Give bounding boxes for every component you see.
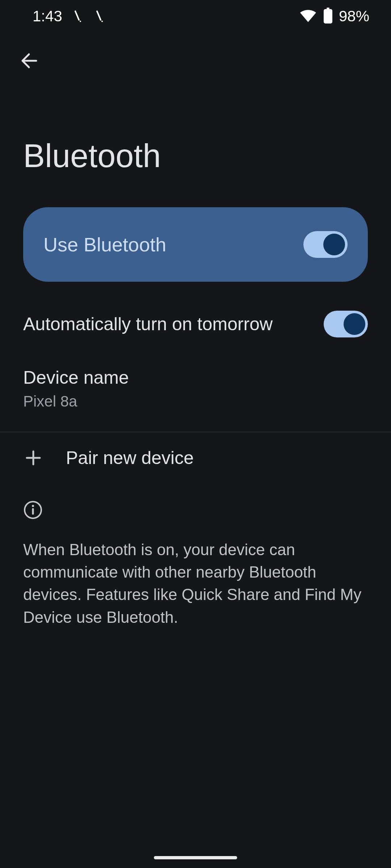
app-bar xyxy=(0,33,391,76)
svg-line-2 xyxy=(97,11,101,20)
auto-turn-on-label: Automatically turn on tomorrow xyxy=(23,313,273,336)
battery-icon xyxy=(323,8,333,25)
arrow-left-icon xyxy=(20,51,38,72)
battery-percentage: 98% xyxy=(339,8,369,25)
device-name-row[interactable]: Device name Pixel 8a xyxy=(0,359,391,432)
svg-point-7 xyxy=(32,505,34,507)
wifi-icon xyxy=(299,8,317,24)
svg-point-1 xyxy=(80,21,81,22)
info-icon xyxy=(23,515,43,521)
page-title: Bluetooth xyxy=(0,76,391,207)
navigation-pill[interactable] xyxy=(154,856,237,859)
status-right: 98% xyxy=(299,8,369,25)
pair-new-device-label: Pair new device xyxy=(66,447,194,468)
auto-turn-on-row[interactable]: Automatically turn on tomorrow xyxy=(0,282,391,359)
info-section xyxy=(0,484,391,521)
svg-rect-4 xyxy=(327,8,329,9)
svg-line-0 xyxy=(75,11,79,20)
status-indicator-group xyxy=(73,10,103,22)
notification-tick-icon xyxy=(95,10,103,22)
back-button[interactable] xyxy=(14,47,43,76)
use-bluetooth-card[interactable]: Use Bluetooth xyxy=(23,207,368,282)
info-text: When Bluetooth is on, your device can co… xyxy=(0,521,391,629)
toggle-knob xyxy=(344,313,365,335)
status-bar: 1:43 98% xyxy=(0,0,391,33)
use-bluetooth-toggle[interactable] xyxy=(303,231,348,258)
use-bluetooth-label: Use Bluetooth xyxy=(43,233,166,256)
plus-icon xyxy=(23,448,43,468)
device-name-value: Pixel 8a xyxy=(23,393,368,410)
svg-point-3 xyxy=(101,21,103,22)
pair-new-device-row[interactable]: Pair new device xyxy=(0,432,391,484)
status-left: 1:43 xyxy=(33,8,103,25)
clock: 1:43 xyxy=(33,8,62,25)
svg-rect-5 xyxy=(324,9,332,24)
device-name-title: Device name xyxy=(23,366,368,389)
toggle-knob xyxy=(323,234,345,255)
svg-rect-8 xyxy=(32,508,34,515)
auto-turn-on-toggle[interactable] xyxy=(324,311,368,337)
notification-tick-icon xyxy=(73,10,81,22)
